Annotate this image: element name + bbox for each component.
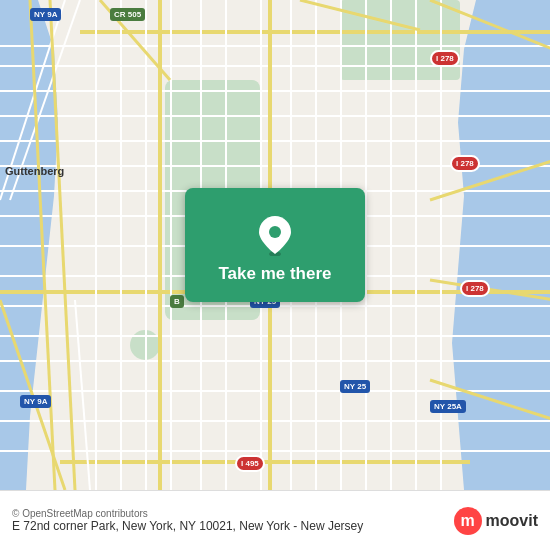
- guttenberg-label: Guttenberg: [5, 165, 64, 177]
- ny25-label-2: NY 25: [340, 380, 370, 393]
- ny9a-label-1: NY 9A: [30, 8, 61, 21]
- location-pin-icon: [259, 216, 291, 256]
- ny25a-label: NY 25A: [430, 400, 466, 413]
- moovit-icon: m: [454, 507, 482, 535]
- i495-label: I 495: [235, 455, 265, 472]
- park-top-right: [340, 0, 460, 80]
- footer-bar: © OpenStreetMap contributors E 72nd corn…: [0, 490, 550, 550]
- map-container: CR 505 NY 9A NY 9A NY 25 NY 25 NY 25A I …: [0, 0, 550, 490]
- osm-attribution: © OpenStreetMap contributors: [12, 508, 444, 519]
- location-address: E 72nd corner Park, New York, NY 10021, …: [12, 519, 444, 533]
- svg-point-13: [269, 226, 281, 238]
- i278-label-1: I 278: [430, 50, 460, 67]
- moovit-label: moovit: [486, 512, 538, 530]
- ny9a-label-2: NY 9A: [20, 395, 51, 408]
- i278-label-3: I 278: [460, 280, 490, 297]
- i278-label-2: I 278: [450, 155, 480, 172]
- b-label: B: [170, 295, 184, 308]
- moovit-logo: m moovit: [454, 507, 538, 535]
- take-me-there-button[interactable]: Take me there: [185, 188, 365, 302]
- cr505-label: CR 505: [110, 8, 145, 21]
